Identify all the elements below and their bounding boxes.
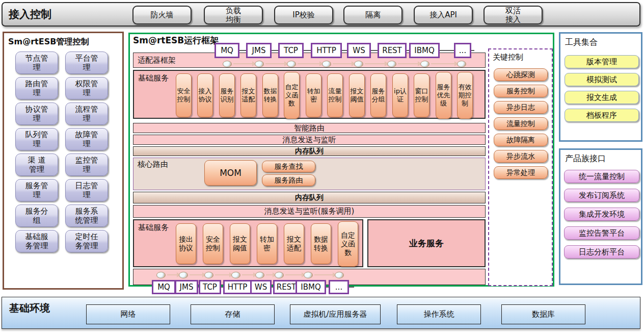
flow-arrow-icon (398, 63, 418, 64)
env-item-vm-appserver: 虚拟机/应用服务器 (290, 304, 381, 324)
product-item: 集成开发环境 (564, 208, 639, 221)
access-item-access-api: 接入API (414, 6, 473, 24)
tool-item: 档板程序 (565, 109, 639, 122)
service-item: 报文阈值 (349, 73, 365, 117)
management-control-panel: Sm@rtESB管理控制 节点管理 平台管理 路由管理 权限管理 协议管理 流程… (3, 32, 124, 290)
connector-bead (354, 61, 363, 67)
service-item: 有效期控制 (457, 72, 473, 119)
connector-bead (255, 272, 264, 278)
service-item: 窗口控制 (414, 73, 430, 117)
service-item: ip认证 (392, 73, 408, 117)
protocol-box-top: IBMQ (409, 43, 440, 58)
service-item: 报文适配 (284, 223, 304, 264)
access-item-dual-active: 双活 接入 (484, 6, 543, 24)
tool-item: 报文生成 (565, 91, 639, 104)
connector-bead (457, 61, 466, 67)
mgmt-item: 渠 道管理 (15, 153, 58, 176)
management-panel-title: Sm@rtESB管理控制 (8, 37, 89, 47)
key-control-item: 异步流水 (494, 150, 548, 163)
basic-services-bottom-section: 基础服务 接出协议 安全控制 报文阈值 转加密 报文适配 数据转换 自定义函数 (133, 219, 363, 267)
flow-arrow-icon (431, 63, 455, 64)
protocol-box-top: JMS (246, 43, 272, 58)
key-control-item: 异常处理 (494, 166, 548, 179)
service-item: 报文阈值 (230, 223, 250, 264)
env-item-network: 网络 (86, 304, 170, 324)
service-item: 安全控制 (203, 223, 223, 264)
key-control-item: 流量控制 (494, 117, 548, 130)
memory-queue-band: 内存队列 (133, 192, 486, 203)
mgmt-item: 协议管理 (15, 102, 58, 125)
mgmt-item: 基础服务管理 (15, 230, 58, 252)
service-item: 转加密 (257, 223, 277, 264)
service-item: 数据转换 (262, 73, 278, 117)
service-item: 数据转换 (311, 223, 331, 264)
mgmt-item: 节点管理 (15, 52, 58, 74)
protocol-box-bottom: HTTP (223, 280, 252, 294)
flow-arrow-icon (190, 274, 203, 275)
access-item-firewall: 防火墙 (132, 6, 192, 24)
core-routing-label: 核心路由 (138, 160, 168, 169)
access-item-ip-check: IP校验 (274, 6, 333, 24)
connector-bead (179, 272, 188, 278)
product-item: 统一流量控制 (564, 170, 639, 183)
flow-arrow-icon (233, 63, 253, 64)
service-item: 接入协议 (197, 73, 213, 117)
connector-bead (335, 272, 344, 278)
base-environment-bar: 基础环境 网络 存储 虚拟机/应用服务器 操作系统 数据库 (2, 297, 640, 329)
mgmt-item: 流程管理 (65, 102, 108, 125)
product-family-panel: 产品族接口 统一流量控制 发布订阅系统 集成开发环境 监控告警平台 日志分析平台 (559, 148, 642, 285)
product-item: 发布订阅系统 (564, 189, 639, 202)
access-control-bar: 接入控制 防火墙 负载 均衡 IP校验 隔离 接入API 双活 接入 (2, 2, 640, 27)
mgmt-item: 日志管理 (65, 179, 108, 201)
basic-services-top-label: 基础服务 (138, 73, 169, 83)
esb-architecture-diagram: 接入控制 防火墙 负载 均衡 IP校验 隔离 接入API 双活 接入 Sm@rt… (0, 0, 644, 334)
service-item: 自定义函数 (284, 72, 300, 119)
business-service-box: 业务服务 (367, 219, 486, 267)
mgmt-item: 队列管理 (15, 128, 58, 150)
smart-routing-band: 智能路由 (133, 123, 486, 133)
protocol-box-bottom: TCP (199, 280, 221, 294)
service-item: 接出协议 (176, 223, 196, 264)
connector-bead (304, 272, 313, 278)
env-item-database: 数据库 (501, 304, 585, 324)
flow-arrow-icon (365, 63, 385, 64)
access-item-isolation: 隔离 (343, 6, 403, 24)
protocol-box-top: WS (347, 43, 371, 58)
protocol-box-bottom: JMS (175, 280, 198, 294)
flow-arrow-icon (167, 274, 177, 275)
key-control-title: 关键控制 (493, 53, 523, 62)
service-item: 流量控制 (327, 73, 343, 117)
basic-services-bottom-label: 基础服务 (138, 223, 169, 233)
service-routing-box: 服务路由 (262, 174, 315, 186)
connector-bead (204, 272, 213, 278)
protocol-box-top: MQ (214, 43, 239, 58)
message-listen-band: 消息发送与监听 (133, 135, 486, 145)
key-control-item: 故障隔离 (494, 134, 548, 146)
key-control-panel: 关键控制 心跳探测 服务控制 异步日志 流量控制 故障隔离 异步流水 异常处理 (488, 48, 553, 286)
service-item: 安全控制 (176, 73, 192, 117)
message-listen-service-call-band: 消息发送与监听(服务调用) (133, 205, 486, 218)
key-control-item: 异步日志 (494, 101, 548, 114)
connector-bead (287, 61, 296, 67)
runtime-title: Sm@rtESB运行框架 (133, 35, 219, 46)
flow-arrow-icon (265, 63, 285, 64)
protocol-box-bottom: IBMQ (296, 280, 326, 294)
service-lookup-box: 服务查找 (262, 161, 315, 172)
flow-arrow-icon (333, 63, 352, 64)
product-item: 监控告警平台 (564, 226, 639, 240)
mgmt-item: 平台管理 (65, 52, 108, 74)
connector-bead (387, 61, 396, 67)
tool-item: 模拟测试 (565, 73, 639, 86)
flow-arrow-icon (242, 274, 254, 275)
basic-services-top-section: 基础服务 安全控制 接入协议 服务识别 报文适配 数据转换 自定义函数 转加密 … (133, 70, 486, 119)
core-routing-section: 核心路由 MOM 服务查找 服务路由 (133, 158, 486, 190)
protocol-box-bottom: MQ (152, 280, 176, 294)
service-item: 服务优先级 (436, 72, 451, 119)
mgmt-item: 服务管理 (15, 179, 58, 201)
access-control-title: 接入控制 (9, 3, 51, 25)
protocol-box-top: HTTP (311, 43, 342, 58)
connector-bead (275, 272, 284, 278)
flow-arrow-icon (285, 274, 302, 275)
service-item: 服务分组 (370, 73, 386, 117)
service-item: 服务识别 (219, 73, 235, 117)
